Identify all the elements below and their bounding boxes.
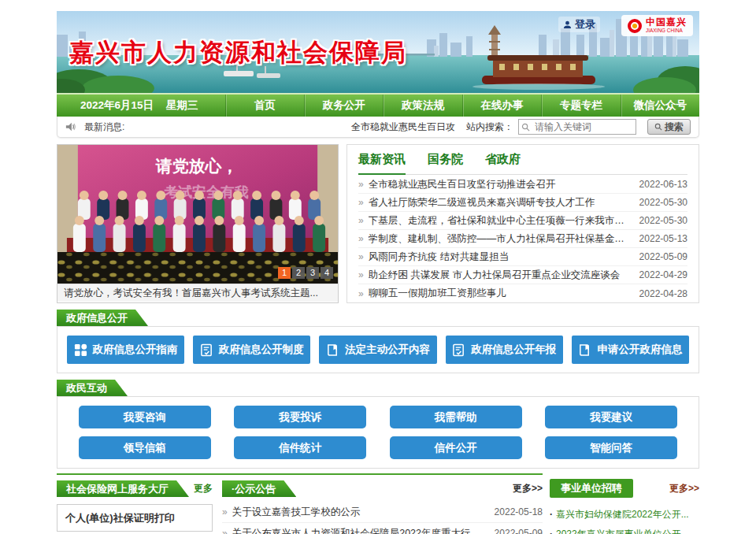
nav-date: 2022年6月15日 [80, 98, 154, 113]
arrow-icon: » [358, 197, 364, 208]
letter-statistics-button[interactable]: 信件统计 [234, 436, 366, 459]
arrow-icon: » [358, 233, 364, 244]
nav-item-online-services[interactable]: 在线办事 [462, 95, 541, 117]
nav-weekday: 星期三 [166, 98, 198, 113]
news-link[interactable]: 风雨同舟齐抗疫 结对共建显担当 [369, 250, 630, 264]
news-link[interactable]: 学制度、建机制、强防控——市人力社保局召开社保基金要情专题学习会 [369, 232, 630, 246]
announcement-link[interactable]: 关于设立嘉善技工学校的公示 [232, 506, 485, 519]
nav-item-home[interactable]: 首页 [225, 95, 304, 117]
gov-info-section: 政府信息公开 政府信息公开指南 政府信息公开制度 [57, 310, 699, 373]
news-row: »下基层、走流程，省社保和就业中心主任项薇一行来我市调研“国统”上线情况2022… [358, 212, 687, 230]
social-insurance-title: 社会保险网上服务大厅 [57, 480, 189, 497]
gov-info-system-button[interactable]: 政府信息公开制度 [193, 336, 310, 364]
announcements-title: ·公示公告 [222, 480, 296, 497]
news-date: 2022-04-29 [639, 269, 687, 280]
button-label: 申请公开政府信息 [597, 343, 682, 357]
arrow-icon: » [358, 251, 364, 262]
news-row: »学制度、建机制、强防控——市人力社保局召开社保基金要情专题学习会2022-05… [358, 230, 687, 248]
tab-latest-news[interactable]: 最新资讯 [358, 152, 406, 175]
news-date: 2022-05-30 [639, 215, 687, 226]
tab-state-council[interactable]: 国务院 [428, 152, 463, 174]
user-icon [563, 20, 572, 29]
main-nav: 2022年6月15日 星期三 首页 政务公开 政策法规 在线办事 专题专栏 微信… [57, 93, 699, 117]
pager-2[interactable]: 2 [292, 267, 305, 279]
recruitment-link[interactable]: 嘉兴市妇幼保健院2022年公开... [550, 505, 699, 525]
announcement-date: 2022-05-09 [495, 528, 543, 534]
news-row: »全市稳就业惠民生百日攻坚行动推进会召开2022-06-13 [358, 176, 687, 194]
letter-disclosure-button[interactable]: 信件公开 [390, 436, 522, 459]
announcement-link[interactable]: 关于公布嘉兴市人力资源和社会保障局2022年度重大行政决策事... [232, 527, 485, 534]
nav-item-policies[interactable]: 政策法规 [383, 95, 461, 117]
speaker-icon [65, 121, 76, 132]
arrow-icon: » [358, 269, 364, 280]
announcements-list: »关于设立嘉善技工学校的公示2022-05-18 »关于公布嘉兴市人力资源和社会… [222, 502, 543, 534]
request-disclosure-button[interactable]: 申请公开政府信息 [572, 336, 689, 364]
logo-cn-text: 中国嘉兴 [646, 17, 687, 28]
news-date: 2022-04-28 [639, 288, 687, 299]
pager-1[interactable]: 1 [278, 267, 291, 279]
announcements-more-link[interactable]: 更多>> [513, 482, 543, 495]
ssc-print-item[interactable]: 个人(单位)社保证明打印 [57, 504, 213, 532]
annual-report-button[interactable]: 政府信息公开年报 [446, 336, 563, 364]
nav-date-block: 2022年6月15日 星期三 [57, 95, 225, 117]
announcement-row: »关于公布嘉兴市人力资源和社会保障局2022年度重大行政决策事...2022-0… [222, 523, 543, 534]
smart-qa-button[interactable]: 智能问答 [545, 436, 677, 459]
news-link[interactable]: 全市稳就业惠民生百日攻坚行动推进会召开 [369, 178, 630, 191]
slider-pager: 1 2 3 4 [278, 267, 333, 279]
nav-item-wechat[interactable]: 微信公众号 [621, 95, 699, 117]
recruitment-panel: 事业单位招聘 更多>> 嘉兴市妇幼保健院2022年公开... 2022年嘉兴市属… [550, 473, 699, 534]
social-more-link[interactable]: 更多 [194, 482, 213, 495]
news-link[interactable]: 省人社厅陈荣华二级巡视员来嘉兴调研专技人才工作 [369, 196, 630, 210]
arrow-icon: » [358, 215, 364, 226]
pager-4[interactable]: 4 [321, 267, 333, 279]
search-icon [654, 123, 662, 131]
news-date: 2022-06-13 [639, 179, 687, 190]
news-link[interactable]: 下基层、走流程，省社保和就业中心主任项薇一行来我市调研“国统”上线情况 [369, 214, 630, 228]
nav-item-gov-affairs[interactable]: 政务公开 [304, 95, 383, 117]
search-input[interactable] [518, 119, 636, 135]
interaction-buttons: 我要咨询 我要投诉 我需帮助 我要建议 领导信箱 信件统计 信件公开 智能问答 [57, 396, 699, 469]
button-label: 法定主动公开内容 [345, 343, 430, 357]
button-label: 政府信息公开年报 [471, 343, 556, 357]
news-date: 2022-05-13 [639, 233, 687, 244]
photo-slider: 请党放心， 考试安全有我 1 2 3 4 请党放心，考试安全有我！首届嘉兴市人事… [57, 144, 339, 303]
page-container: 嘉兴市人力资源和社会保障局 登录 中国嘉兴 JIAXING CHINA 2022… [57, 0, 699, 534]
book-icon [326, 343, 339, 357]
arrow-icon: » [358, 179, 364, 190]
news-ticker-bar: 最新消息: 全市稳就业惠民生百日攻 站内搜索： 搜索 [57, 117, 699, 138]
news-date: 2022-05-09 [639, 251, 687, 262]
latest-news-label: 最新消息: [84, 121, 124, 134]
leader-mailbox-button[interactable]: 领导信箱 [79, 436, 211, 459]
need-help-button[interactable]: 我需帮助 [390, 406, 522, 428]
news-link[interactable]: 聊聊五一假期加班工资那些事儿 [369, 287, 630, 300]
recruitment-more-link[interactable]: 更多>> [669, 482, 699, 495]
arrow-icon: » [222, 528, 228, 534]
gov-info-buttons: 政府信息公开指南 政府信息公开制度 法定主动公开内容 [57, 326, 699, 373]
news-panel: 最新资讯 国务院 省政府 »全市稳就业惠民生百日攻坚行动推进会召开2022-06… [346, 144, 699, 303]
search-icon [521, 123, 530, 132]
announcement-date: 2022-05-18 [495, 506, 543, 517]
tab-provincial-gov[interactable]: 省政府 [485, 152, 521, 174]
slider-caption[interactable]: 请党放心，考试安全有我！首届嘉兴市人事考试系统主题... [57, 284, 338, 302]
hot-topic-link[interactable]: 全市稳就业惠民生百日攻 [351, 121, 455, 134]
search-button[interactable]: 搜索 [647, 119, 691, 135]
slider-photo[interactable]: 请党放心， 考试安全有我 1 2 3 4 [57, 145, 338, 284]
nav-item-special-columns[interactable]: 专题专栏 [541, 95, 620, 117]
login-button[interactable]: 登录 [558, 17, 600, 32]
jiaxing-logo: 中国嘉兴 JIAXING CHINA [621, 15, 693, 36]
news-link[interactable]: 助企纾困 共谋发展 市人力社保局召开重点企业交流座谈会 [369, 269, 630, 282]
arrow-icon: » [222, 506, 228, 517]
legal-disclosure-button[interactable]: 法定主动公开内容 [319, 336, 436, 364]
pager-3[interactable]: 3 [306, 267, 319, 279]
gov-info-guide-button[interactable]: 政府信息公开指南 [67, 336, 184, 364]
suggestion-button[interactable]: 我要建议 [545, 406, 677, 428]
consult-button[interactable]: 我要咨询 [79, 406, 211, 428]
recruitment-link[interactable]: 2022年嘉兴市属事业单位公开... [550, 525, 699, 534]
logo-ring-icon [628, 19, 642, 33]
news-date: 2022-05-30 [639, 197, 687, 208]
complaint-button[interactable]: 我要投诉 [234, 406, 366, 428]
photo-slogan-line1: 请党放心， [155, 157, 238, 175]
recruitment-title: 事业单位招聘 [550, 479, 633, 498]
doc-check-icon [452, 343, 465, 357]
news-row: »风雨同舟齐抗疫 结对共建显担当2022-05-09 [358, 248, 687, 266]
